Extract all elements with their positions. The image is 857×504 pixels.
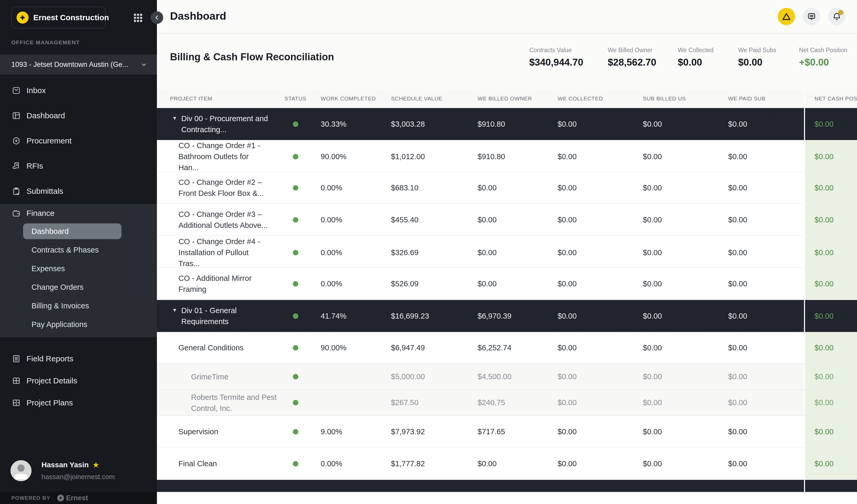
sidebar-item-dashboard[interactable]: Dashboard [0,103,157,128]
sidebar-item-submittals[interactable]: Submittals [0,178,157,204]
user-profile[interactable]: Hassan Yasin ★ hassan@joinernest.com [11,460,152,484]
field-reports-icon [12,354,21,363]
cell-we-paid-sub: $0.00 [718,152,804,161]
cell-we-paid-sub: $0.00 [718,280,804,288]
cell-net-cash-position: $0.00 [804,332,857,363]
line-item-row[interactable]: CO - Change Order #1 - Bathroom Outlets … [157,140,857,172]
division-row[interactable]: ▼Div 01 - General Requirements41.74%$16,… [157,300,857,332]
cell-status [280,281,311,286]
project-item-name: General Conditions [179,342,243,353]
cell-we-collected: $0.00 [548,398,633,407]
column-header-work-completed[interactable]: WORK COMPLETED [311,95,381,102]
sidebar-subitem-expenses[interactable]: Expenses [0,259,157,278]
line-item-row[interactable]: General Conditions90.00%$6,947.49$6,252.… [157,332,857,364]
horizontal-scrollbar[interactable] [157,492,857,504]
apps-grid-icon[interactable] [132,12,144,24]
powered-by-label: POWERED BY [11,495,50,501]
sidebar-item-project-details[interactable]: Project Details [0,370,157,392]
project-item-name: CO - Change Order #4 - Installation of P… [179,236,271,269]
cell-we-paid-sub: $0.00 [718,428,804,436]
stat-we-billed-owner: We Billed Owner $28,562.70 [608,47,656,68]
cell-net-cash-position: $0.00 [804,390,857,415]
vendor-row[interactable]: Roberts Termite and Pest Control, Inc.$2… [157,390,857,416]
expand-toggle-icon[interactable]: ▼ [172,308,177,313]
sidebar-item-project-plans[interactable]: Project Plans [0,392,157,414]
line-item-row[interactable]: Final Clean0.00%$1,777.82$0.00$0.00$0.00… [157,448,857,480]
cell-schedule-value: $326.69 [381,248,468,257]
sidebar-item-procurement[interactable]: Procurement [0,128,157,153]
column-header-we-collected[interactable]: WE COLLECTED [548,95,633,102]
cell-we-billed-owner: $0.00 [468,215,548,224]
stat-contracts-value: Contracts Value $340,944.70 [529,47,583,68]
table-body: ▼Div 00 - Procurement and Contracting...… [157,108,857,504]
cell-we-collected: $0.00 [548,312,633,320]
sidebar-collapse-button[interactable] [151,11,163,24]
column-header-project-item[interactable]: PROJECT ITEM [170,95,280,102]
project-plans-icon [12,398,21,407]
cell-sub-billed-us: $0.00 [633,184,718,192]
column-header-schedule-value[interactable]: SCHEDULE VALUE [381,95,468,102]
user-email: hassan@joinernest.com [41,473,115,481]
project-selector[interactable]: 1093 - Jetset Downtown Austin (Ge... [0,54,157,74]
chat-button[interactable] [803,8,820,25]
column-header-we-paid-sub[interactable]: WE PAID SUB [718,95,804,102]
vendor-row[interactable]: GrimeTime$5,000.00$4,500.00$0.00$0.00$0.… [157,364,857,390]
expand-toggle-icon[interactable]: ▼ [172,116,177,121]
cell-schedule-value: $16,699.23 [381,312,468,320]
cell-we-billed-owner: $6,970.39 [468,312,548,320]
cell-we-paid-sub: $0.00 [718,215,804,224]
cell-sub-billed-us: $0.00 [633,344,718,352]
sidebar-item-inbox[interactable]: Inbox [0,78,157,103]
cell-sub-billed-us: $0.00 [633,372,718,381]
cell-sub-billed-us: $0.00 [633,248,718,257]
sidebar-subitem-change-orders[interactable]: Change Orders [0,278,157,297]
project-item-name: GrimeTime [191,371,228,382]
alert-button[interactable] [778,8,795,25]
project-item-name: Final Clean [179,458,217,469]
sidebar-item-finance[interactable]: Finance [0,204,157,222]
cell-project-item: ▼Div 00 - Procurement and Contracting... [170,108,280,140]
cell-work-completed: 90.00% [311,152,381,161]
cell-project-item: Roberts Termite and Pest Control, Inc. [170,390,280,415]
sidebar-subitem-dashboard-selected[interactable]: Dashboard [23,223,121,239]
cell-we-billed-owner: $910.80 [468,152,548,161]
line-item-row[interactable]: CO - Additional Mirror Framing0.00%$526.… [157,268,857,300]
ernest-footer-logo-icon [57,494,64,501]
cell-net-cash-position: $0.00 [804,172,857,204]
cell-we-paid-sub: $0.00 [718,312,804,320]
sidebar-item-field-reports[interactable]: Field Reports [0,348,157,370]
cell-net-cash-position: $0.00 [804,236,857,269]
sidebar-subitem-pay-applications[interactable]: Pay Applications [0,315,157,334]
column-header-status[interactable]: STATUS [280,95,311,102]
column-header-we-billed-owner[interactable]: WE BILLED OWNER [468,95,548,102]
column-header-sub-billed-us[interactable]: SUB BILLED US [633,95,718,102]
cell-status [280,345,311,351]
project-item-name: CO - Additional Mirror Framing [179,273,271,295]
cell-schedule-value: $7,973.92 [381,428,468,436]
line-item-row[interactable]: Supervision9.00%$7,973.92$717.65$0.00$0.… [157,416,857,448]
cell-status [280,429,311,435]
cell-we-collected: $0.00 [548,459,633,468]
division-row[interactable]: ▼Div 00 - Procurement and Contracting...… [157,108,857,140]
panel-title: Billing & Cash Flow Reconciliation [170,51,334,63]
line-item-row[interactable]: CO - Change Order #3 – Additional Outlet… [157,204,857,236]
cell-schedule-value: $267.50 [381,398,468,407]
cell-we-paid-sub: $0.00 [718,344,804,352]
cell-we-paid-sub: $0.00 [718,248,804,257]
sidebar-subitem-contracts-phases[interactable]: Contracts & Phases [0,241,157,259]
brand[interactable]: Ernest Construction [11,6,106,29]
column-header-net-cash-position[interactable]: NET CASH POSITION [804,89,857,108]
stat-label: We Collected [678,47,713,54]
project-details-icon [12,376,21,385]
line-item-row[interactable]: CO - Change Order #4 - Installation of P… [157,236,857,268]
sidebar-item-label: Field Reports [27,354,73,363]
project-item-name: CO - Change Order #1 - Bathroom Outlets … [179,140,271,173]
cell-project-item: ▼Div 01 - General Requirements [170,300,280,332]
line-item-row[interactable]: CO - Change Order #2 – Front Desk Floor … [157,172,857,204]
sidebar-item-label: Dashboard [27,111,65,120]
notifications-button[interactable] [828,8,845,25]
sidebar-subitem-billing-invoices[interactable]: Billing & Invoices [0,297,157,315]
powered-by: POWERED BY Ernest [0,492,157,504]
sidebar-item-rfis[interactable]: RFIs [0,153,157,178]
cell-sub-billed-us: $0.00 [633,215,718,224]
